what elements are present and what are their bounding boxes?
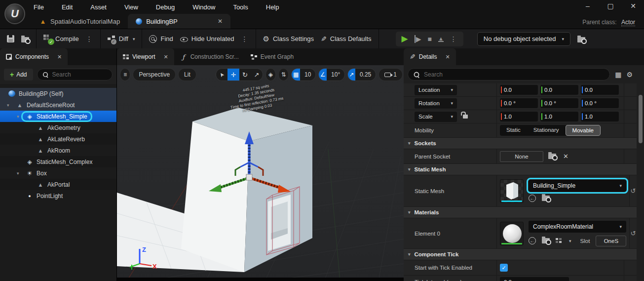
- view-mode-dropdown[interactable]: Lit: [178, 68, 196, 81]
- component-tree-row[interactable]: ▾ BuildingBP (Self): [0, 88, 116, 99]
- browse-button[interactable]: [21, 35, 29, 42]
- rotation-z-field[interactable]: 0.0 °: [581, 98, 619, 108]
- component-tree-row[interactable]: ▾ ● PointLight: [0, 190, 116, 201]
- debug-browse-button[interactable]: [577, 35, 585, 42]
- materials-section-header[interactable]: ▾ Materials: [404, 207, 637, 218]
- document-tab[interactable]: ▲ SpatialAudioTutorialMap ✕: [32, 14, 128, 29]
- static-mesh-asset-dropdown[interactable]: Building_Simple ▾: [529, 180, 626, 192]
- component-tree-row[interactable]: ▾ ▲ AkLateReverb: [0, 133, 116, 145]
- eject-button[interactable]: ▲: [438, 36, 444, 42]
- move-tool-button[interactable]: ✛: [227, 69, 239, 80]
- slot-name-field[interactable]: OneS: [596, 236, 626, 246]
- menu-item[interactable]: File: [34, 3, 44, 11]
- maximize-icon[interactable]: ▢: [606, 2, 614, 10]
- component-tree-row[interactable]: ▾ ▲ AkGeometry: [0, 122, 116, 133]
- viewport-3d-scene[interactable]: ≡ Perspective Lit ➤ ✛ ↻ ↗ ◈ ⇅ ▦ 10: [117, 65, 404, 281]
- static-mesh-section-header[interactable]: ▾ Static Mesh: [404, 164, 637, 175]
- class-settings-button[interactable]: ⚙ Class Settings: [263, 35, 314, 43]
- document-tab[interactable]: BuildingBP ✕: [128, 14, 230, 29]
- component-tree-row[interactable]: ▾ ▲ DefaultSceneRoot: [0, 99, 116, 111]
- rotation-dropdown[interactable]: Rotation ▾: [415, 98, 457, 109]
- component-tree-row[interactable]: ▾ ▲ AkPortal: [0, 179, 116, 190]
- grid-snap-control[interactable]: ▦ 10: [291, 68, 316, 81]
- scale-z-field[interactable]: 1.0: [581, 112, 619, 121]
- use-selected-asset-icon[interactable]: ←: [529, 195, 536, 202]
- location-y-field[interactable]: 0.0: [540, 85, 578, 95]
- folder-search-icon[interactable]: [542, 238, 550, 243]
- mobility-option[interactable]: Stationary: [527, 125, 566, 136]
- component-tree-row[interactable]: ▾ ▲ AkRoom: [0, 145, 116, 156]
- reset-to-default-icon[interactable]: ↺: [631, 230, 636, 237]
- scale-y-field[interactable]: 1.0: [540, 112, 578, 121]
- scale-tool-button[interactable]: ↗: [251, 69, 262, 80]
- menu-item[interactable]: Debug: [156, 3, 175, 11]
- location-dropdown[interactable]: Location ▾: [415, 85, 457, 95]
- viewport-tab[interactable]: ƒ Construction Scr... ✕: [174, 48, 245, 65]
- diff-button[interactable]: ✓ Diff ▾: [108, 35, 135, 42]
- rotation-y-field[interactable]: 0.0 °: [540, 98, 578, 108]
- perspective-dropdown[interactable]: Perspective: [133, 68, 176, 81]
- folder-search-icon[interactable]: [542, 196, 550, 201]
- rotate-tool-button[interactable]: ↻: [239, 69, 251, 80]
- rotation-snap-control[interactable]: ∠ 10°: [318, 68, 345, 81]
- compile-button[interactable]: ✓ Compile: [43, 35, 79, 43]
- reset-to-default-icon[interactable]: ↺: [631, 187, 636, 195]
- component-tree-row[interactable]: ▾ ◈ StaticMesh_Complex: [0, 156, 116, 167]
- menu-item[interactable]: View: [124, 3, 138, 11]
- tick-enabled-checkbox[interactable]: ✓: [500, 264, 508, 272]
- scale-x-field[interactable]: 1.0: [500, 112, 538, 121]
- location-z-field[interactable]: 0.0: [581, 85, 619, 95]
- details-settings-gear-icon[interactable]: ⚙: [626, 71, 633, 79]
- menu-item[interactable]: Help: [266, 3, 279, 11]
- play-options-icon[interactable]: ⋮: [450, 35, 457, 43]
- scale-snap-control[interactable]: ↗ 0.25: [347, 68, 376, 81]
- component-tree-row[interactable]: ▾ ◈ StaticMesh_Simple: [0, 111, 116, 122]
- save-button[interactable]: [7, 35, 14, 42]
- details-scrollbar[interactable]: [639, 85, 643, 278]
- sockets-section-header[interactable]: ▾ Sockets: [404, 138, 637, 149]
- close-icon[interactable]: ✕: [163, 54, 168, 60]
- camera-speed-control[interactable]: 1: [379, 68, 403, 81]
- parent-class-link[interactable]: Actor: [621, 19, 635, 26]
- add-component-button[interactable]: + Add: [4, 69, 33, 80]
- use-selected-asset-icon[interactable]: ←: [529, 237, 536, 244]
- expander-arrow-icon[interactable]: ▾: [17, 171, 23, 176]
- frame-skip-button[interactable]: ▶: [415, 35, 421, 43]
- scrollbar-thumb[interactable]: [639, 95, 643, 143]
- minimize-icon[interactable]: –: [584, 2, 592, 10]
- select-tool-button[interactable]: ➤: [216, 69, 227, 80]
- class-defaults-button[interactable]: ✎ Class Defaults: [321, 35, 372, 43]
- display-filter-icon[interactable]: ▦: [615, 71, 621, 79]
- close-icon[interactable]: ✕: [57, 54, 62, 60]
- close-icon[interactable]: ✕: [445, 54, 450, 60]
- material-thumbnail[interactable]: [500, 222, 524, 245]
- tab-components[interactable]: Components ✕: [0, 48, 68, 65]
- viewport-tab[interactable]: Event Graph ✕: [245, 48, 300, 65]
- location-x-field[interactable]: 0.0: [500, 85, 538, 95]
- scale-dropdown[interactable]: Scale ▾: [415, 112, 457, 122]
- find-button[interactable]: Find: [149, 35, 173, 43]
- folder-search-icon[interactable]: [548, 154, 556, 159]
- component-tree-row[interactable]: ▾ ☀ Box: [0, 167, 116, 179]
- components-search-input[interactable]: Search: [37, 69, 113, 80]
- rotation-x-field[interactable]: 0.0 °: [500, 98, 538, 108]
- details-search-input[interactable]: Search: [408, 68, 610, 80]
- tab-details[interactable]: ✎ Details ✕: [404, 48, 456, 65]
- static-mesh-thumbnail[interactable]: [500, 179, 524, 203]
- hide-unrelated-options-icon[interactable]: ⋮: [241, 35, 249, 43]
- component-tick-section-header[interactable]: ▾ Component Tick: [404, 249, 637, 260]
- expander-arrow-icon[interactable]: ▾: [17, 114, 23, 119]
- parent-socket-field[interactable]: None: [500, 151, 543, 162]
- debug-object-dropdown[interactable]: No debug object selected ▾: [477, 32, 570, 46]
- mobility-option[interactable]: Movable: [566, 125, 601, 136]
- menu-item[interactable]: Tools: [233, 3, 248, 11]
- material-asset-dropdown[interactable]: ComplexRoomMaterial ▾: [529, 221, 626, 233]
- menu-item[interactable]: Edit: [62, 3, 73, 11]
- hide-unrelated-button[interactable]: Hide Unrelated: [180, 35, 234, 42]
- mobility-option[interactable]: Static: [500, 125, 527, 136]
- menu-item[interactable]: Window: [192, 3, 215, 11]
- texture-streaming-icon[interactable]: [556, 238, 562, 243]
- play-button[interactable]: ▶: [402, 34, 408, 44]
- close-icon[interactable]: ✕: [629, 2, 637, 10]
- menu-item[interactable]: Asset: [90, 3, 107, 11]
